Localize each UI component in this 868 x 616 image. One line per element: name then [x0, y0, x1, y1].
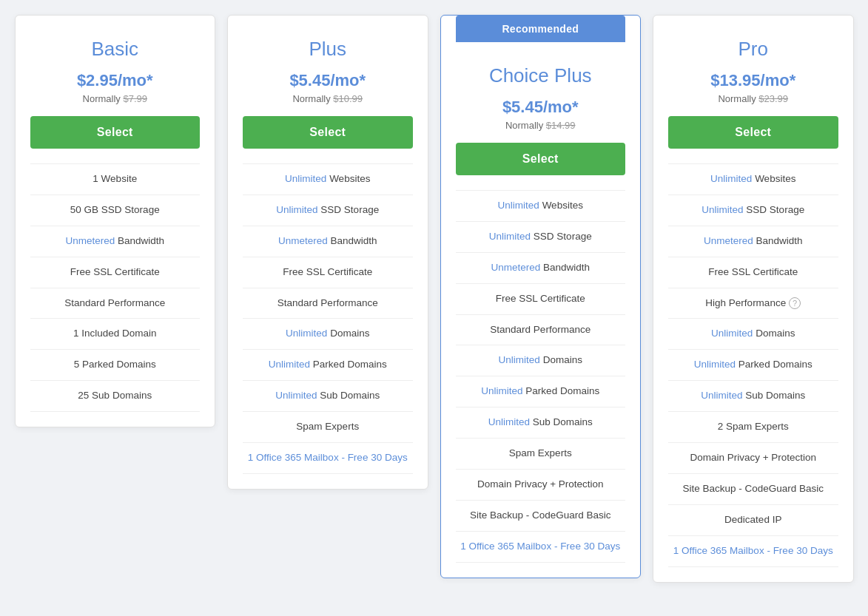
highlight-text: Unlimited [499, 354, 540, 365]
feature-item: Dedicated IP [668, 505, 838, 536]
feature-item: 50 GB SSD Storage [30, 195, 201, 226]
feature-item: 25 Sub Domains [30, 381, 201, 412]
feature-item: Free SSL Certificate [456, 284, 626, 315]
highlight-text: Unmetered [278, 235, 328, 246]
highlight-text: Unlimited [711, 328, 753, 339]
plan-price-choice-plus: $5.45/mo* [456, 98, 626, 117]
feature-item: Site Backup - CodeGuard Basic [456, 501, 626, 532]
feature-item: Site Backup - CodeGuard Basic [668, 474, 838, 505]
feature-item: Free SSL Certificate [243, 257, 413, 288]
feature-item: Unlimited Websites [456, 191, 626, 222]
highlight-text: Unmetered [704, 235, 753, 246]
feature-item: Unlimited Parked Domains [243, 350, 413, 381]
highlight-text: Unlimited [286, 328, 327, 339]
help-icon[interactable]: ? [789, 297, 801, 309]
plan-card-basic: Basic$2.95/mo*Normally $7.99Select1 Webs… [15, 15, 216, 427]
feature-item: 1 Office 365 Mailbox - Free 30 Days [456, 532, 626, 563]
feature-item: 1 Office 365 Mailbox - Free 30 Days [668, 536, 838, 567]
feature-item: Unlimited Sub Domains [456, 407, 626, 439]
feature-item: Unmetered Bandwidth [456, 253, 626, 284]
feature-item: Unlimited Sub Domains [243, 381, 413, 412]
highlight-text: Unlimited [694, 359, 736, 370]
feature-item: 1 Included Domain [30, 319, 201, 350]
highlight-text: Unlimited [269, 359, 310, 370]
highlight-text: Unlimited [275, 390, 317, 401]
feature-item: Standard Performance [30, 288, 201, 319]
plan-card-plus: Plus$5.45/mo*Normally $10.99SelectUnlimi… [227, 15, 428, 490]
plan-card-choice-plus: RecommendedChoice Plus$5.45/mo*Normally … [440, 15, 642, 578]
plan-price-basic: $2.95/mo* [30, 71, 201, 90]
feature-item: 2 Spam Experts [668, 412, 838, 443]
highlight-text: Unlimited [481, 385, 522, 396]
feature-item: Standard Performance [456, 315, 626, 346]
feature-item: High Performance? [668, 288, 838, 319]
plan-name-pro: Pro [668, 38, 838, 61]
highlight-text: Unlimited [710, 173, 752, 184]
feature-item: Free SSL Certificate [30, 257, 201, 288]
feature-list-basic: 1 Website50 GB SSD StorageUnmetered Band… [30, 163, 201, 412]
plan-name-choice-plus: Choice Plus [456, 64, 626, 87]
highlight-text: Unlimited [498, 200, 539, 211]
recommended-badge: Recommended [456, 16, 626, 42]
feature-item: Unlimited Domains [456, 345, 626, 376]
feature-item: Unlimited SSD Storage [243, 195, 413, 226]
feature-item: Unlimited Sub Domains [668, 381, 838, 412]
feature-list-plus: Unlimited WebsitesUnlimited SSD StorageU… [243, 163, 413, 474]
highlight-text: Unmetered [65, 235, 115, 246]
feature-item: Unlimited Domains [668, 319, 838, 350]
feature-item: Unlimited Domains [243, 319, 413, 350]
highlight-text: Unlimited [702, 204, 743, 215]
office365-feature: 1 Office 365 Mailbox - Free 30 Days [248, 452, 408, 463]
highlight-text: Unlimited [489, 231, 531, 242]
plan-card-pro: Pro$13.95/mo*Normally $23.99SelectUnlimi… [653, 15, 854, 583]
feature-list-choice-plus: Unlimited WebsitesUnlimited SSD StorageU… [456, 190, 626, 563]
highlight-text: Unlimited [276, 204, 317, 215]
plan-normal-choice-plus: Normally $14.99 [456, 120, 626, 131]
office365-feature: 1 Office 365 Mailbox - Free 30 Days [460, 541, 620, 552]
plan-normal-pro: Normally $23.99 [668, 93, 838, 104]
plan-normal-plus: Normally $10.99 [243, 93, 413, 104]
feature-item: Unlimited Parked Domains [668, 350, 838, 381]
plans-container: Basic$2.95/mo*Normally $7.99Select1 Webs… [9, 15, 860, 583]
select-button-choice-plus[interactable]: Select [456, 143, 626, 175]
select-button-plus[interactable]: Select [243, 116, 413, 149]
feature-item: Unmetered Bandwidth [30, 226, 201, 257]
feature-item: Unlimited SSD Storage [456, 222, 626, 253]
feature-item: Unlimited SSD Storage [668, 195, 838, 226]
plan-name-plus: Plus [243, 38, 413, 61]
feature-item: Free SSL Certificate [668, 257, 838, 288]
feature-item: Domain Privacy + Protection [456, 470, 626, 501]
office365-feature: 1 Office 365 Mailbox - Free 30 Days [673, 545, 833, 556]
plan-price-pro: $13.95/mo* [668, 71, 838, 90]
feature-item: 1 Website [30, 164, 201, 195]
highlight-text: Unlimited [285, 173, 326, 184]
plan-price-plus: $5.45/mo* [243, 71, 413, 90]
feature-item: Unmetered Bandwidth [243, 226, 413, 257]
feature-item: 5 Parked Domains [30, 350, 201, 381]
highlight-text: Unmetered [491, 262, 540, 273]
feature-list-pro: Unlimited WebsitesUnlimited SSD StorageU… [668, 163, 838, 567]
feature-item: 1 Office 365 Mailbox - Free 30 Days [243, 443, 413, 474]
highlight-text: Unlimited [701, 390, 742, 401]
feature-item: Unmetered Bandwidth [668, 226, 838, 257]
feature-item: Unlimited Websites [243, 164, 413, 195]
feature-item: Standard Performance [243, 288, 413, 319]
select-button-basic[interactable]: Select [30, 116, 201, 149]
feature-item: Unlimited Websites [668, 164, 838, 195]
highlight-text: Unlimited [488, 416, 530, 427]
select-button-pro[interactable]: Select [668, 116, 838, 149]
plan-name-basic: Basic [30, 38, 201, 61]
feature-item: Spam Experts [243, 412, 413, 443]
feature-item: Domain Privacy + Protection [668, 443, 838, 474]
plan-normal-basic: Normally $7.99 [30, 93, 201, 104]
feature-item: Spam Experts [456, 439, 626, 470]
feature-item: Unlimited Parked Domains [456, 376, 626, 407]
